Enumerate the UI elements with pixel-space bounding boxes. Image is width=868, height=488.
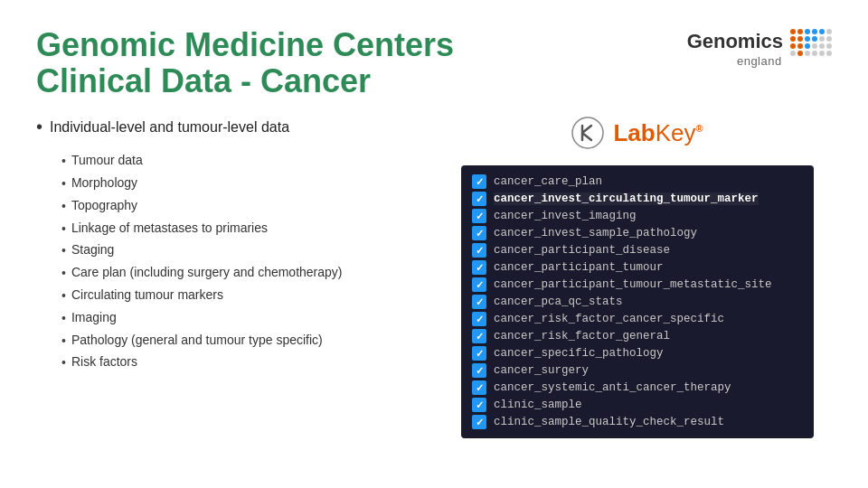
logo-dot <box>790 43 796 49</box>
left-panel: Individual-level and tumour-level data T… <box>36 117 434 470</box>
db-label: cancer_care_plan <box>494 175 602 188</box>
db-checkbox <box>472 329 486 343</box>
db-checkbox <box>472 415 486 429</box>
db-label: cancer_invest_sample_pathology <box>494 227 697 239</box>
labkey-icon <box>571 117 604 149</box>
logo-dot <box>819 36 825 42</box>
db-row: cancer_invest_imaging <box>472 209 803 223</box>
header: Genomic Medicine Centers Clinical Data -… <box>36 27 832 99</box>
logo-dot <box>812 51 817 56</box>
bullet-item: Care plan (including surgery and chemoth… <box>61 262 434 285</box>
labkey-logo: LabKey® <box>461 117 814 149</box>
db-checkbox <box>472 260 486 275</box>
logo-dot <box>805 36 810 42</box>
db-checkbox <box>472 398 486 412</box>
db-row: cancer_specific_pathology <box>472 346 803 361</box>
bullet-item: Tumour data <box>61 150 434 173</box>
db-checkbox <box>472 226 486 240</box>
logo-england-text: england <box>737 54 782 68</box>
logo-genomics-text: Genomics <box>687 30 783 53</box>
db-label: clinic_sample <box>494 399 582 411</box>
db-row: cancer_participant_disease <box>472 243 803 258</box>
content-area: Individual-level and tumour-level data T… <box>36 117 832 470</box>
db-row: cancer_risk_factor_general <box>472 329 803 343</box>
db-panel: cancer_care_plancancer_invest_circulatin… <box>461 165 814 438</box>
labkey-text: LabKey® <box>613 119 703 147</box>
db-row: cancer_pca_qc_stats <box>472 295 803 309</box>
db-label: cancer_specific_pathology <box>494 347 664 360</box>
logo-dot <box>826 29 832 34</box>
db-row: cancer_invest_sample_pathology <box>472 226 803 240</box>
db-label: cancer_pca_qc_stats <box>494 296 623 308</box>
logo-dot <box>826 43 832 49</box>
db-row: cancer_invest_circulating_tumour_marker <box>472 192 803 206</box>
db-row: cancer_participant_tumour_metastatic_sit… <box>472 277 803 292</box>
db-label: cancer_risk_factor_general <box>494 330 670 343</box>
logo-dot <box>797 43 803 49</box>
db-checkbox <box>472 312 486 326</box>
bullet-item: Staging <box>61 239 434 262</box>
db-label: cancer_participant_tumour <box>494 261 664 274</box>
db-checkbox <box>472 243 486 258</box>
logo-dot <box>826 51 832 56</box>
db-checkbox <box>472 380 486 395</box>
logo-dot <box>805 29 810 34</box>
svg-point-0 <box>572 117 603 148</box>
db-row: clinic_sample_quality_check_result <box>472 415 803 429</box>
bullet-item: Imaging <box>61 307 434 330</box>
db-checkbox <box>472 295 486 309</box>
bullet-item: Linkage of metastases to primaries <box>61 218 434 240</box>
db-row: cancer_systemic_anti_cancer_therapy <box>472 380 803 395</box>
db-checkbox <box>472 174 486 189</box>
db-checkbox <box>472 209 486 223</box>
logo-dots-grid <box>790 29 832 56</box>
logo-dot <box>797 36 803 42</box>
db-row: cancer_surgery <box>472 363 803 378</box>
genomics-england-logo: Genomics england <box>687 27 832 68</box>
db-checkbox <box>472 277 486 292</box>
db-row: clinic_sample <box>472 398 803 412</box>
db-label: clinic_sample_quality_check_result <box>494 416 724 428</box>
logo-dot <box>797 51 803 56</box>
db-row: cancer_participant_tumour <box>472 260 803 275</box>
logo-dot <box>805 43 810 49</box>
db-row: cancer_risk_factor_cancer_specific <box>472 312 803 326</box>
db-label: cancer_systemic_anti_cancer_therapy <box>494 381 731 394</box>
db-label: cancer_participant_tumour_metastatic_sit… <box>494 278 772 291</box>
bullet-item: Risk factors <box>61 352 434 374</box>
sub-bullets-list: Tumour dataMorphologyTopographyLinkage o… <box>36 150 434 374</box>
db-row: cancer_care_plan <box>472 174 803 189</box>
logo-dot <box>819 51 825 56</box>
logo-dot <box>790 51 796 56</box>
title-line2: Clinical Data - Cancer <box>36 63 454 99</box>
main-bullet-text: Individual-level and tumour-level data <box>50 119 289 136</box>
logo-dot <box>826 36 832 42</box>
logo-dot <box>819 43 825 49</box>
logo-dot <box>812 36 817 42</box>
db-checkbox <box>472 363 486 378</box>
page: Genomic Medicine Centers Clinical Data -… <box>0 0 868 488</box>
db-label: cancer_invest_imaging <box>494 210 637 222</box>
bullet-item: Circulating tumour markers <box>61 285 434 307</box>
logo-dot <box>790 36 796 42</box>
bullet-item: Pathology (general and tumour type speci… <box>61 330 434 352</box>
bullet-item: Topography <box>61 195 434 218</box>
right-panel: LabKey® cancer_care_plancancer_invest_ci… <box>461 117 814 470</box>
db-checkbox <box>472 346 486 361</box>
main-bullet: Individual-level and tumour-level data <box>36 117 434 137</box>
db-label: cancer_surgery <box>494 364 589 377</box>
bullet-item: Morphology <box>61 173 434 195</box>
logo-dot <box>797 29 803 34</box>
db-label: cancer_participant_disease <box>494 244 670 257</box>
db-label: cancer_invest_circulating_tumour_marker <box>494 192 759 205</box>
logo-dot <box>812 43 817 49</box>
logo-dot <box>819 29 825 34</box>
db-label: cancer_risk_factor_cancer_specific <box>494 313 724 325</box>
logo-dot <box>790 29 796 34</box>
title-line1: Genomic Medicine Centers <box>36 27 454 63</box>
logo-dot <box>812 29 817 34</box>
title-block: Genomic Medicine Centers Clinical Data -… <box>36 27 454 99</box>
logo-dot <box>805 51 810 56</box>
db-checkbox <box>472 192 486 206</box>
